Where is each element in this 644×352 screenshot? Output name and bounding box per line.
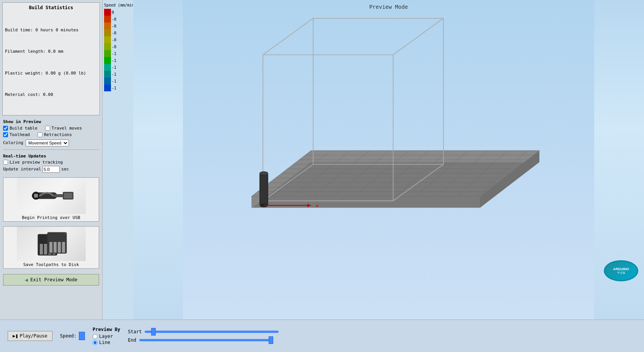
color-swatch-6	[104, 50, 111, 57]
build-statistics-title: Build Statistics	[5, 5, 97, 10]
start-end-section: Start End	[128, 329, 636, 343]
filament-length: Filament length: 0.0 mm	[5, 48, 97, 55]
svg-rect-19	[62, 242, 65, 253]
layer-radio-row: Layer	[93, 334, 120, 339]
color-swatch-4	[104, 36, 111, 43]
line-radio[interactable]	[93, 340, 98, 345]
preview-by-section: Preview By Layer Line	[93, 327, 120, 345]
scale-label-5: -0	[112, 43, 116, 50]
scale-labels: 0-0-0-0-0-0-1-1-1-1-1-1	[112, 9, 116, 91]
scale-label-1: -0	[112, 16, 116, 23]
start-row: Start	[128, 329, 636, 334]
3d-viewport-svg: ×	[133, 0, 644, 320]
build-stats-content: Build time: 0 hours 0 minutes Filament l…	[5, 13, 97, 113]
live-preview-label: Live preview tracking	[10, 160, 63, 165]
layer-radio[interactable]	[93, 334, 98, 339]
update-interval-row: Update interval sec	[3, 166, 99, 173]
coloring-label: Coloring	[3, 140, 23, 145]
disk-label: Save Toolpaths to Disk	[23, 261, 79, 268]
line-label: Line	[99, 340, 110, 345]
coloring-select[interactable]: Movement Speed	[26, 140, 69, 146]
play-pause-button[interactable]: ▶❚ Play/Pause	[8, 331, 52, 341]
build-table-checkbox[interactable]	[3, 126, 8, 131]
color-swatch-11	[104, 84, 111, 91]
preview-by-label: Preview By	[93, 327, 120, 332]
play-icon: ▶❚	[13, 333, 18, 339]
end-slider[interactable]	[139, 339, 273, 341]
build-table-row: Build table Travel moves	[3, 126, 99, 131]
arduino-logo: ARDUINO 中文版	[604, 260, 638, 281]
color-swatch-3	[104, 29, 111, 36]
viewport: Preview Mode	[133, 0, 644, 320]
scale-label-7: -1	[112, 57, 116, 64]
color-swatch-2	[104, 23, 111, 29]
preview-mode-label: Preview Mode	[369, 4, 408, 10]
separator-1	[3, 149, 99, 150]
color-swatch-10	[104, 78, 111, 84]
scale-label-11: -1	[112, 84, 116, 91]
color-swatch-8	[104, 64, 111, 71]
speed-label: Speed:	[60, 333, 77, 339]
svg-point-60	[260, 172, 268, 175]
scale-label-9: -1	[112, 71, 116, 78]
exit-arrow-icon: ◀	[25, 277, 28, 283]
toolhead-label: Toolhead	[10, 132, 30, 137]
toolhead-checkbox[interactable]	[3, 132, 8, 137]
toolhead-row: Toolhead Retractions	[3, 132, 99, 137]
svg-rect-10	[40, 244, 43, 255]
layer-label: Layer	[99, 334, 113, 339]
end-row: End	[128, 337, 636, 343]
usb-image	[17, 178, 86, 214]
disk-image	[17, 227, 86, 261]
disk-button[interactable]: Save Toolpaths to Disk	[3, 226, 99, 269]
travel-moves-label: Travel moves	[52, 126, 82, 131]
color-swatch-7	[104, 57, 111, 64]
build-time: Build time: 0 hours 0 minutes	[5, 27, 97, 34]
end-label: End	[128, 337, 136, 343]
build-statistics-box: Build Statistics Build time: 0 hours 0 m…	[2, 2, 100, 115]
svg-text:×: ×	[315, 203, 319, 209]
speed-row: Speed:	[60, 332, 85, 340]
retractions-label: Retractions	[44, 132, 72, 137]
build-table-label: Build table	[10, 126, 37, 131]
svg-rect-59	[260, 174, 268, 206]
material-cost: Material cost: 0.00	[5, 91, 97, 99]
color-swatch-9	[104, 71, 111, 78]
left-panel: Build Statistics Build time: 0 hours 0 m…	[0, 0, 103, 320]
update-interval-unit: sec	[61, 167, 69, 172]
scale-label-6: -1	[112, 50, 116, 57]
scale-label-8: -1	[112, 64, 116, 71]
live-preview-checkbox[interactable]	[3, 160, 8, 165]
realtime-title: Real-time Updates	[3, 154, 99, 159]
color-swatch-5	[104, 43, 111, 50]
update-interval-label: Update interval	[3, 167, 41, 172]
scale-label-10: -1	[112, 78, 116, 84]
usb-icon	[28, 184, 74, 207]
live-preview-row: Live preview tracking	[3, 160, 99, 165]
show-in-preview-label: Show in Preview	[3, 119, 99, 124]
update-interval-input[interactable]	[42, 166, 60, 173]
svg-rect-16	[49, 242, 52, 253]
scale-label-4: -0	[112, 36, 116, 43]
bottom-bar: ▶❚ Play/Pause Speed: Preview By Layer Li…	[0, 320, 644, 352]
color-swatch-0	[104, 9, 111, 16]
scale-title: Speed (mm/min)	[104, 3, 132, 7]
play-pause-label: Play/Pause	[20, 333, 47, 339]
travel-moves-checkbox[interactable]	[45, 126, 50, 131]
usb-button[interactable]: Begin Printing over USB	[3, 177, 99, 222]
start-label: Start	[128, 329, 142, 334]
svg-rect-18	[58, 242, 61, 253]
svg-rect-11	[44, 244, 47, 255]
color-swatch-1	[104, 16, 111, 23]
coloring-row: Coloring Movement Speed	[3, 140, 99, 146]
svg-rect-17	[54, 242, 57, 253]
scale-label-0: 0	[112, 9, 116, 16]
exit-preview-label: Exit Preview Mode	[30, 277, 77, 282]
start-slider[interactable]	[145, 331, 279, 333]
usb-label: Begin Printing over USB	[22, 214, 80, 221]
sd-icon	[32, 230, 70, 257]
retractions-checkbox[interactable]	[37, 132, 42, 137]
svg-rect-6	[34, 194, 38, 198]
plastic-weight: Plastic weight: 0.00 g (0.00 lb)	[5, 70, 97, 77]
exit-preview-button[interactable]: ◀ Exit Preview Mode	[3, 274, 99, 285]
